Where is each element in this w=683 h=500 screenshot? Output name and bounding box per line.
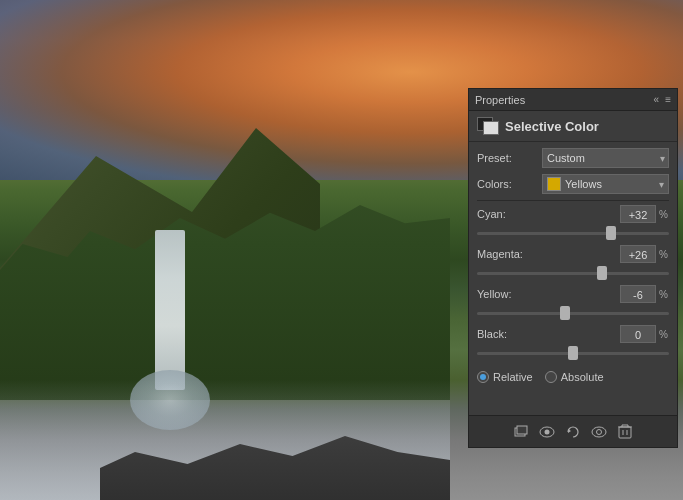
preset-select[interactable]: Custom — [542, 148, 669, 168]
panel-header-title: Selective Color — [505, 119, 599, 134]
yellow-track — [477, 312, 669, 315]
color-swatch — [547, 177, 561, 191]
properties-panel: Properties « ≡ Selective Color Preset: C… — [468, 88, 678, 448]
cyan-value[interactable]: +32 — [620, 205, 656, 223]
new-layer-icon[interactable] — [512, 423, 530, 441]
yellow-pct: % — [659, 289, 669, 300]
yellow-row-top: Yellow: -6 % — [477, 285, 669, 303]
eye-icon[interactable] — [590, 423, 608, 441]
panel-title: Properties — [475, 94, 525, 106]
svg-point-5 — [592, 427, 606, 437]
panel-titlebar: Properties « ≡ — [469, 89, 677, 111]
colors-row: Colors: Yellows ▾ — [477, 174, 669, 194]
black-thumb[interactable] — [568, 346, 578, 360]
cyan-slider-track[interactable] — [477, 225, 669, 241]
black-row-top: Black: 0 % — [477, 325, 669, 343]
relative-radio-circle — [477, 371, 489, 383]
yellow-slider-track[interactable] — [477, 305, 669, 321]
divider-1 — [477, 200, 669, 201]
magenta-slider-track[interactable] — [477, 265, 669, 281]
magenta-thumb[interactable] — [597, 266, 607, 280]
colors-select[interactable]: Yellows ▾ — [542, 174, 669, 194]
magenta-row-top: Magenta: +26 % — [477, 245, 669, 263]
absolute-radio-circle — [545, 371, 557, 383]
absolute-radio[interactable]: Absolute — [545, 371, 604, 383]
cyan-thumb[interactable] — [606, 226, 616, 240]
magenta-label: Magenta: — [477, 248, 620, 260]
black-value[interactable]: 0 — [620, 325, 656, 343]
magenta-track — [477, 272, 669, 275]
yellow-thumb[interactable] — [560, 306, 570, 320]
black-slider-section: Black: 0 % — [477, 325, 669, 361]
relative-radio[interactable]: Relative — [477, 371, 533, 383]
svg-rect-1 — [517, 426, 527, 434]
collapse-button[interactable]: « — [654, 94, 660, 105]
waterfall — [155, 230, 185, 390]
cyan-slider-section: Cyan: +32 % — [477, 205, 669, 241]
svg-marker-4 — [568, 429, 571, 433]
colors-value: Yellows — [565, 178, 659, 190]
preset-row: Preset: Custom — [477, 148, 669, 168]
colors-dropdown-arrow: ▾ — [659, 179, 664, 190]
panel-content: Preset: Custom Colors: Yellows ▾ Cyan: +… — [469, 142, 677, 415]
cyan-track — [477, 232, 669, 235]
cyan-pct: % — [659, 209, 669, 220]
selective-color-icon — [477, 117, 499, 135]
delete-icon[interactable] — [616, 423, 634, 441]
magenta-slider-section: Magenta: +26 % — [477, 245, 669, 281]
black-track — [477, 352, 669, 355]
yellow-value[interactable]: -6 — [620, 285, 656, 303]
yellow-label: Yellow: — [477, 288, 620, 300]
icon-white-box — [483, 121, 499, 135]
reset-icon[interactable] — [564, 423, 582, 441]
absolute-label: Absolute — [561, 371, 604, 383]
colors-label: Colors: — [477, 178, 542, 190]
yellow-slider-section: Yellow: -6 % — [477, 285, 669, 321]
magenta-pct: % — [659, 249, 669, 260]
panel-header: Selective Color — [469, 111, 677, 142]
panel-title-buttons: « ≡ — [654, 94, 671, 105]
cyan-label: Cyan: — [477, 208, 620, 220]
cyan-row-top: Cyan: +32 % — [477, 205, 669, 223]
panel-toolbar — [469, 415, 677, 447]
relative-label: Relative — [493, 371, 533, 383]
black-pct: % — [659, 329, 669, 340]
menu-button[interactable]: ≡ — [665, 94, 671, 105]
black-label: Black: — [477, 328, 620, 340]
svg-point-6 — [597, 429, 602, 434]
preset-select-wrapper[interactable]: Custom — [542, 148, 669, 168]
magenta-value[interactable]: +26 — [620, 245, 656, 263]
black-slider-track[interactable] — [477, 345, 669, 361]
radio-row: Relative Absolute — [477, 365, 669, 387]
preset-label: Preset: — [477, 152, 542, 164]
visibility-icon[interactable] — [538, 423, 556, 441]
svg-rect-7 — [619, 427, 631, 438]
svg-point-3 — [545, 429, 550, 434]
